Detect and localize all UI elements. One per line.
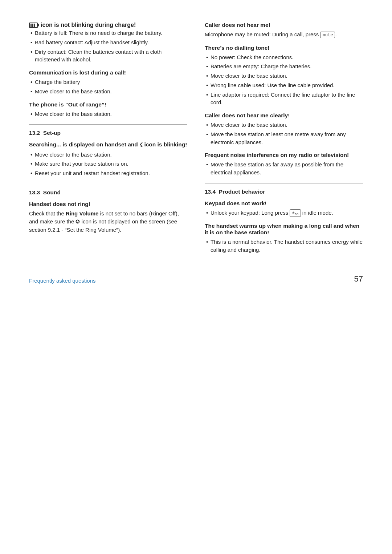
list-item: This is a normal behavior. The handset c… <box>205 238 363 254</box>
section-comm-list: Charge the battery Move closer to the ba… <box>29 78 187 96</box>
list-item: Move closer to the base station. <box>205 121 363 129</box>
section-handset-warm-title: The handset warms up when making a long … <box>205 223 363 236</box>
section-out-of-range-list: Move closer to the base station. <box>29 110 187 118</box>
section-caller-no-hear-clearly-list: Move closer to the base station. Move th… <box>205 121 363 146</box>
section-caller-no-hear-clearly: Caller does not hear me clearly! Move cl… <box>205 112 363 146</box>
section-caller-no-hear-clearly-title: Caller does not hear me clearly! <box>205 112 363 119</box>
section-out-of-range: The phone is “Out of range”! Move closer… <box>29 101 187 118</box>
section-number: 13.4 <box>205 189 216 195</box>
list-item: Reset your unit and restart handset regi… <box>29 169 187 177</box>
list-item: Batteries are empty: Charge the batterie… <box>205 62 363 70</box>
left-column: icon is not blinking during charge! Batt… <box>29 22 187 260</box>
section-noise-title: Frequent noise interference on my radio … <box>205 152 363 158</box>
section-searching: Searching... is displayed on handset and… <box>29 141 187 177</box>
right-column: Caller does not hear me! Microphone may … <box>205 22 363 260</box>
section-searching-title: Searching... is displayed on handset and… <box>29 141 187 148</box>
section-label: Product behavior <box>219 189 265 195</box>
page-number: 57 <box>354 274 363 284</box>
section-no-dial-title: There’s no dialling tone! <box>205 45 363 51</box>
keypad-button-display: ✳on <box>290 209 301 217</box>
section-no-dial-list: No power: Check the connections. Batteri… <box>205 53 363 107</box>
list-item: Dirty contact: Clean the batteries conta… <box>29 48 187 64</box>
ring-volume-bold: Ring Volume <box>66 210 99 217</box>
section-battery-list: Battery is full: There is no need to cha… <box>29 29 187 64</box>
list-item: Make sure that your base station is on. <box>29 160 187 168</box>
list-item: Move the base station at least one metre… <box>205 130 363 146</box>
section-comm-lost: Communication is lost during a call! Cha… <box>29 69 187 96</box>
list-item: Unlock your keypad: Long press ✳on in id… <box>205 209 363 217</box>
section-handset-ring: Handset does not ring! Check that the Ri… <box>29 201 187 234</box>
section-handset-warm-list: This is a normal behavior. The handset c… <box>205 238 363 254</box>
section-battery-heading: icon is not blinking during charge! <box>29 22 187 28</box>
section-label: Set-up <box>43 130 61 136</box>
section-13-2-label: 13.2 Set-up <box>29 130 187 136</box>
battery-icon <box>29 23 38 28</box>
section-no-dial: There’s no dialling tone! No power: Chec… <box>205 45 363 107</box>
list-item: Move closer to the base station. <box>29 88 187 96</box>
section-handset-ring-title: Handset does not ring! <box>29 201 187 207</box>
section-13-4: 13.4 Product behavior Keypad does not wo… <box>205 183 363 254</box>
section-out-of-range-title: The phone is “Out of range”! <box>29 101 187 108</box>
list-item: Move closer to the base station. <box>29 110 187 118</box>
list-item: Move closer to the base station. <box>29 151 187 159</box>
section-battery-blinking: icon is not blinking during charge! Batt… <box>29 22 187 64</box>
footer-faq-label: Frequently asked questions <box>29 278 95 284</box>
section-caller-no-hear: Caller does not hear me! Microphone may … <box>205 22 363 39</box>
list-item: Charge the battery <box>29 78 187 86</box>
page-layout: icon is not blinking during charge! Batt… <box>29 22 363 260</box>
list-item: Bad battery contact: Adjust the handset … <box>29 39 187 46</box>
section-comm-title: Communication is lost during a call! <box>29 69 187 76</box>
section-label: Sound <box>43 189 61 195</box>
section-number: 13.2 <box>29 130 40 136</box>
ring-icon: ✪ <box>75 219 80 225</box>
section-battery-title: icon is not blinking during charge! <box>41 22 136 28</box>
list-item: No power: Check the connections. <box>205 53 363 61</box>
list-item: Wrong line cable used: Use the line cabl… <box>205 81 363 89</box>
list-item: Line adaptor is required: Connect the li… <box>205 91 363 107</box>
section-keypad: Keypad does not work! Unlock your keypad… <box>205 200 363 217</box>
section-handset-warm: The handset warms up when making a long … <box>205 223 363 254</box>
section-noise-list: Move the base station as far away as pos… <box>205 161 363 177</box>
antenna-icon: ☇ <box>139 142 143 148</box>
section-number: 13.3 <box>29 189 40 195</box>
page-footer: Frequently asked questions 57 <box>29 274 363 284</box>
section-13-3: 13.3 Sound Handset does not ring! Check … <box>29 184 187 234</box>
section-searching-list: Move closer to the base station. Make su… <box>29 151 187 177</box>
section-keypad-list: Unlock your keypad: Long press ✳on in id… <box>205 209 363 217</box>
section-13-4-label: 13.4 Product behavior <box>205 189 363 195</box>
list-item: Battery is full: There is no need to cha… <box>29 29 187 37</box>
list-item: Move the base station as far away as pos… <box>205 161 363 177</box>
section-noise-interference: Frequent noise interference on my radio … <box>205 152 363 177</box>
list-item: Move closer to the base station. <box>205 72 363 80</box>
section-13-3-label: 13.3 Sound <box>29 189 187 196</box>
section-handset-ring-para: Check that the Ring Volume is not set to… <box>29 210 187 234</box>
section-caller-no-hear-para: Microphone may be muted: During a call, … <box>205 31 363 39</box>
section-keypad-title: Keypad does not work! <box>205 200 363 207</box>
mute-button-display: mute <box>320 32 335 39</box>
section-13-2: 13.2 Set-up Searching... is displayed on… <box>29 124 187 177</box>
section-caller-no-hear-title: Caller does not hear me! <box>205 22 363 28</box>
